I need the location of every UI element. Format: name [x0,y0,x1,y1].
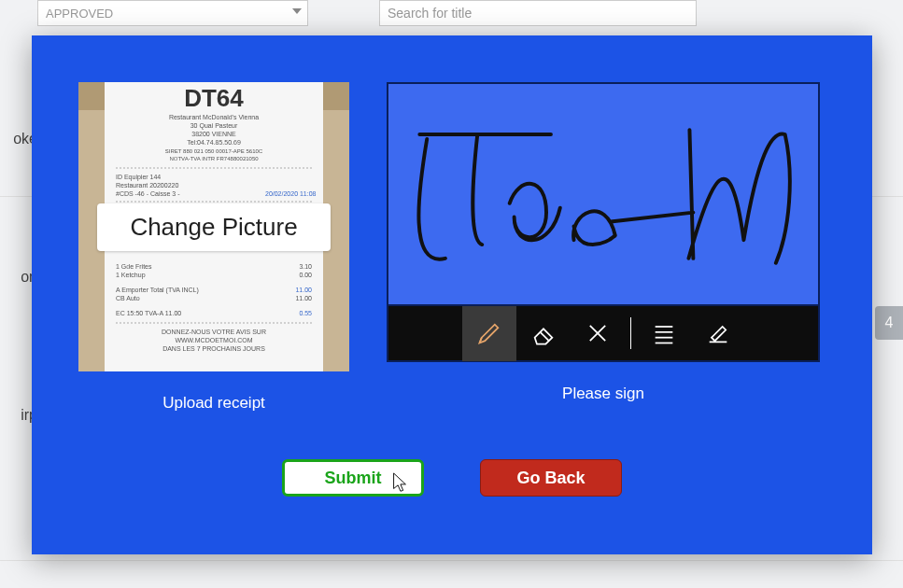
pen-icon [476,320,502,346]
svg-text:DT64: DT64 [184,84,244,112]
svg-text:0.55: 0.55 [299,310,312,316]
submit-button[interactable]: Submit [282,459,424,497]
pen-tool-button[interactable] [462,305,516,361]
signature-toolbar [387,306,820,362]
svg-text:A Emporter  Total (TVA INCL): A Emporter Total (TVA INCL) [116,287,199,294]
toolbar-separator [630,317,631,349]
title-search-placeholder: Search for title [388,6,472,21]
svg-text:30 Quai Pasteur: 30 Quai Pasteur [190,122,238,130]
go-back-button[interactable]: Go Back [480,459,622,497]
svg-text:Restaurant 20200220: Restaurant 20200220 [116,182,178,189]
svg-text:1 Gde Frites: 1 Gde Frites [116,263,152,270]
svg-text:DANS LES 7 PROCHAINS JOURS: DANS LES 7 PROCHAINS JOURS [162,345,265,352]
cursor-icon [389,471,410,496]
eraser-tool-button[interactable] [516,305,571,361]
svg-text:20/02/2020 11:08: 20/02/2020 11:08 [265,190,317,197]
svg-text:Tel:04.74.85.50.69: Tel:04.74.85.50.69 [187,139,241,146]
svg-text:SIRET 880 021 050 00017-APE 56: SIRET 880 021 050 00017-APE 5610C [165,148,263,154]
svg-text:EC 15:50    TVA-A  11.00: EC 15:50 TVA-A 11.00 [116,310,181,316]
divider [0,560,903,561]
svg-text:CB Auto: CB Auto [116,295,140,301]
signature-canvas[interactable] [387,82,820,306]
svg-text:0.00: 0.00 [299,272,312,278]
receipt-image: DT64 Restaurant McDonald's Vienna 30 Qua… [78,82,349,371]
upload-sign-modal: DT64 Restaurant McDonald's Vienna 30 Qua… [32,35,872,554]
status-filter-value: APPROVED [46,7,113,21]
svg-text:#CDS -46 - Caisse 3 -: #CDS -46 - Caisse 3 - [116,190,180,197]
svg-text:1 Ketchup: 1 Ketchup [116,272,146,279]
receipt-caption: Upload receipt [162,394,265,413]
svg-text:38200 VIENNE: 38200 VIENNE [191,131,236,137]
svg-text:ID Equipier 144: ID Equipier 144 [116,174,161,181]
edit-icon [705,320,731,346]
svg-text:3.10: 3.10 [299,263,312,270]
line-weight-button[interactable] [637,305,691,361]
svg-text:11.00: 11.00 [295,295,312,301]
title-search-input[interactable]: Search for title [379,0,697,26]
clear-button[interactable] [571,305,625,361]
eraser-icon [530,320,557,346]
svg-text:11.00: 11.00 [295,287,312,293]
count-badge[interactable]: 4 [875,306,903,340]
svg-text:DONNEZ-NOUS VOTRE AVIS SUR: DONNEZ-NOUS VOTRE AVIS SUR [162,329,266,335]
svg-text:NOTVA-TVA INTR FR74880021050: NOTVA-TVA INTR FR74880021050 [169,156,259,161]
chevron-down-icon [292,8,302,14]
svg-text:WWW.MCDOETMOI.COM: WWW.MCDOETMOI.COM [175,337,252,343]
change-picture-button[interactable]: Change Picture [97,203,331,251]
close-icon [585,320,611,346]
signature-caption: Please sign [562,385,644,403]
edit-button[interactable] [691,305,745,361]
status-filter-select[interactable]: APPROVED [37,0,308,26]
lines-icon [651,320,677,346]
svg-text:Restaurant McDonald's Vienna: Restaurant McDonald's Vienna [169,114,259,120]
